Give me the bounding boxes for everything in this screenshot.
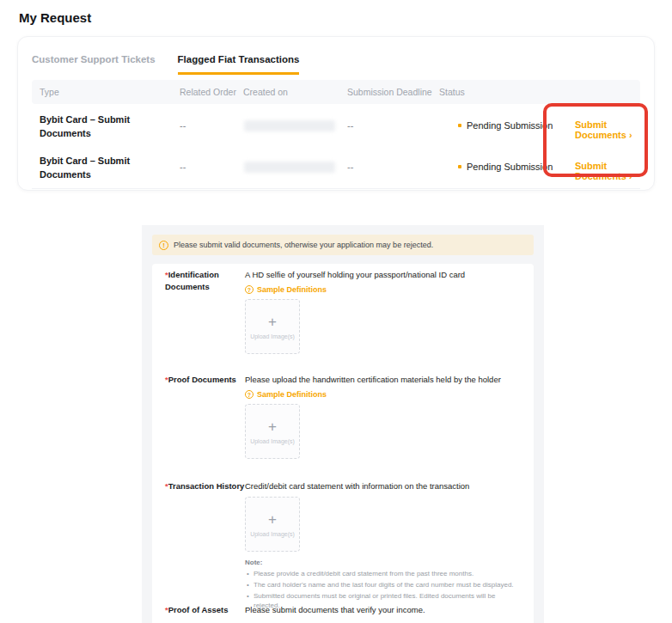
- upload-dropzone[interactable]: + Upload Image(s): [245, 404, 300, 459]
- sample-definitions-link[interactable]: ? Sample Definitions: [245, 390, 518, 399]
- table-row: Bybit Card – Submit Documents -- -- Pend…: [18, 147, 654, 188]
- row-divider: [32, 188, 640, 189]
- tab-bar: Customer Support Tickets Flagged Fiat Tr…: [32, 54, 299, 75]
- status-dot-icon: [458, 124, 461, 127]
- column-header-submission-deadline: Submission Deadline: [347, 87, 432, 97]
- field-description: Please submit documents that verify your…: [245, 604, 518, 615]
- column-header-created-on: Created on: [243, 87, 288, 97]
- field-proof-documents: *Proof Documents Please upload the handw…: [165, 374, 518, 459]
- note-block: Note: Please provide a credit/debit card…: [245, 559, 518, 610]
- cell-type: Bybit Card – Submit Documents: [40, 154, 144, 181]
- status-text: Pending Submission: [467, 120, 553, 131]
- plus-icon: +: [268, 315, 277, 330]
- field-label: *Proof of Assets: [165, 604, 245, 616]
- question-circle-icon: ?: [245, 285, 254, 294]
- submit-documents-link[interactable]: Submit Documents›: [575, 119, 654, 140]
- field-label: *Identification Documents: [165, 269, 245, 354]
- note-item: Please provide a credit/debit card state…: [245, 569, 518, 578]
- chevron-right-icon: ›: [629, 171, 632, 181]
- table-header: Type Related Order Created on Submission…: [32, 80, 640, 104]
- cell-created-on: [244, 162, 335, 173]
- field-label: *Transaction History: [165, 480, 245, 612]
- chevron-right-icon: ›: [629, 130, 632, 140]
- tab-customer-support-tickets[interactable]: Customer Support Tickets: [32, 54, 156, 75]
- sample-definitions-link[interactable]: ? Sample Definitions: [245, 285, 518, 294]
- cell-related-order: --: [180, 162, 186, 172]
- status-badge: Pending Submission: [458, 162, 553, 172]
- note-item: The card holder's name and the last four…: [245, 580, 518, 589]
- cell-related-order: --: [180, 120, 186, 131]
- page-title: My Request: [19, 10, 91, 25]
- alert-circle-icon: !: [159, 241, 168, 250]
- upload-label: Upload Image(s): [250, 531, 295, 537]
- status-dot-icon: [458, 165, 461, 168]
- plus-icon: +: [268, 419, 277, 435]
- table-row: Bybit Card – Submit Documents -- -- Pend…: [18, 106, 654, 147]
- plus-icon: +: [268, 512, 277, 528]
- note-title: Note:: [245, 559, 518, 566]
- redacted-value: [244, 120, 335, 131]
- field-description: Credit/debit card statement with informa…: [245, 480, 518, 492]
- submit-documents-panel: ! Please submit valid documents, otherwi…: [142, 225, 544, 623]
- upload-label: Upload Image(s): [250, 438, 295, 444]
- redacted-value: [244, 162, 335, 173]
- tab-flagged-fiat-transactions[interactable]: Flagged Fiat Transactions: [178, 54, 300, 75]
- cell-submission-deadline: --: [347, 162, 353, 172]
- status-badge: Pending Submission: [458, 120, 553, 131]
- field-identification-documents: *Identification Documents A HD selfie of…: [165, 269, 518, 354]
- submit-documents-link[interactable]: Submit Documents›: [575, 161, 654, 181]
- cell-created-on: [244, 120, 335, 131]
- status-text: Pending Submission: [467, 162, 553, 172]
- field-description: Please upload the handwritten certificat…: [245, 374, 518, 385]
- upload-dropzone[interactable]: + Upload Image(s): [245, 299, 300, 354]
- field-label: *Proof Documents: [165, 374, 245, 459]
- upload-dropzone[interactable]: + Upload Image(s): [245, 497, 300, 552]
- cell-type: Bybit Card – Submit Documents: [40, 113, 144, 140]
- field-description: A HD selfie of yourself holding your pas…: [245, 269, 518, 280]
- documents-form-card: *Identification Documents A HD selfie of…: [152, 264, 534, 623]
- warning-text: Please submit valid documents, otherwise…: [174, 241, 433, 249]
- column-header-type: Type: [40, 87, 59, 97]
- column-header-related-order: Related Order: [180, 87, 236, 97]
- warning-banner: ! Please submit valid documents, otherwi…: [152, 235, 534, 255]
- my-request-card: Customer Support Tickets Flagged Fiat Tr…: [17, 36, 655, 191]
- field-proof-of-assets: *Proof of Assets Please submit documents…: [165, 604, 518, 616]
- column-header-status: Status: [439, 87, 465, 97]
- cell-submission-deadline: --: [347, 120, 353, 131]
- field-transaction-history: *Transaction History Credit/debit card s…: [165, 480, 518, 612]
- question-circle-icon: ?: [245, 390, 254, 399]
- upload-label: Upload Image(s): [250, 333, 295, 339]
